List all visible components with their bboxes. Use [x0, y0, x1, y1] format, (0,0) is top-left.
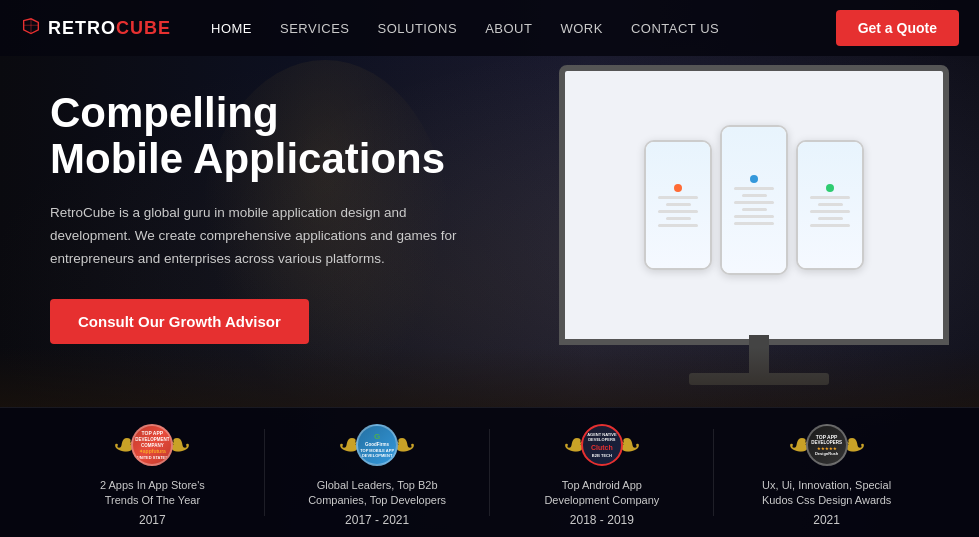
get-quote-button[interactable]: Get a Quote: [836, 10, 959, 46]
laurel-wrap-3: ❧ AGENT NATIVE DEVELOPERS Clutch B2B TEC…: [567, 418, 637, 473]
hero-content: Compelling Mobile Applications RetroCube…: [50, 90, 550, 344]
award-item-clutch: ❧ AGENT NATIVE DEVELOPERS Clutch B2B TEC…: [490, 418, 715, 528]
laurel-wrap-1: ❧ TOP APP DEVELOPMENT COMPANY ✦appfutura…: [117, 418, 187, 473]
award-item-appfutura: ❧ TOP APP DEVELOPMENT COMPANY ✦appfutura…: [40, 418, 265, 528]
nav-solutions[interactable]: SOLUTIONS: [378, 21, 458, 36]
hero-title: Compelling Mobile Applications: [50, 90, 550, 182]
award-label-2: Global Leaders, Top B2bCompanies, Top De…: [308, 478, 446, 509]
monitor-screen-inner: [565, 71, 943, 339]
award-year-3: 2018 - 2019: [570, 513, 634, 527]
nav-home[interactable]: HOME: [211, 21, 252, 36]
logo-icon: [20, 17, 42, 39]
badge-designrush: TOP APP DEVELOPERS ★★★★★ DesignRush: [806, 424, 848, 466]
nav-about[interactable]: ABOUT: [485, 21, 532, 36]
phone-mock-2: [720, 125, 788, 275]
award-label-3: Top Android AppDevelopment Company: [544, 478, 659, 509]
logo-text: RETROCUBE: [48, 18, 171, 39]
nav-work[interactable]: WORK: [560, 21, 602, 36]
nav-links: HOME SERVICES SOLUTIONS ABOUT WORK CONTA…: [211, 21, 836, 36]
nav-contact[interactable]: CONTACT US: [631, 21, 719, 36]
awards-section: ❧ TOP APP DEVELOPMENT COMPANY ✦appfutura…: [0, 407, 979, 537]
desk-area: [0, 347, 979, 407]
award-year-1: 2017: [139, 513, 166, 527]
laurel-wrap-4: ❧ TOP APP DEVELOPERS ★★★★★ DesignRush ❧: [792, 418, 862, 473]
award-item-designrush: ❧ TOP APP DEVELOPERS ★★★★★ DesignRush ❧ …: [714, 418, 939, 528]
award-label-4: Ux, Ui, Innovation, SpecialKudos Css Des…: [762, 478, 891, 509]
cta-button[interactable]: Consult Our Growth Advisor: [50, 299, 309, 344]
hero-description: RetroCube is a global guru in mobile app…: [50, 202, 480, 271]
navbar: RETROCUBE HOME SERVICES SOLUTIONS ABOUT …: [0, 0, 979, 56]
badge-clutch: AGENT NATIVE DEVELOPERS Clutch B2B TECH: [581, 424, 623, 466]
award-year-2: 2017 - 2021: [345, 513, 409, 527]
monitor-screen: [559, 65, 949, 345]
phone-mock-1: [644, 140, 712, 270]
badge-goodfirms: G GoodFirms TOP MOBILE APP DEVELOPMENT: [356, 424, 398, 466]
phone-mock-3: [796, 140, 864, 270]
award-year-4: 2021: [813, 513, 840, 527]
award-label-1: 2 Apps In App Store'sTrends Of The Year: [100, 478, 205, 509]
logo[interactable]: RETROCUBE: [20, 17, 171, 39]
nav-services[interactable]: SERVICES: [280, 21, 350, 36]
award-item-goodfirms: ❧ G GoodFirms TOP MOBILE APP DEVELOPMENT…: [265, 418, 490, 528]
laurel-wrap-2: ❧ G GoodFirms TOP MOBILE APP DEVELOPMENT…: [342, 418, 412, 473]
